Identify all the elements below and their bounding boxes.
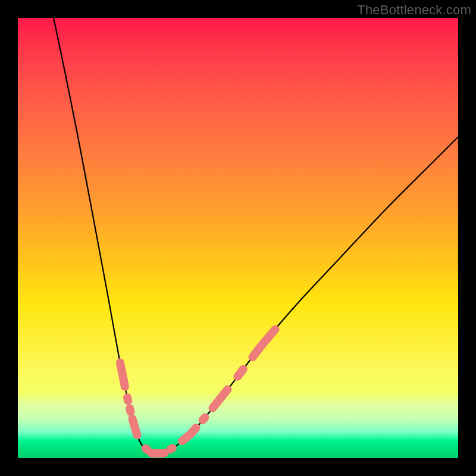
bottleneck-curve [54, 18, 458, 455]
plot-frame [18, 18, 458, 458]
bead-segment-right-lower [182, 428, 196, 441]
bead-dot-right-b [237, 369, 243, 377]
bead-segment-right-mid [213, 389, 228, 408]
bead-dot-valley-left [146, 449, 148, 450]
bead-dot-left-b [130, 409, 130, 412]
bead-segment-valley [151, 453, 164, 453]
curve-layer [18, 18, 458, 458]
watermark-text: TheBottleneck.com [357, 2, 471, 18]
bead-segment-right-upper [252, 330, 275, 358]
bead-dot-right-a [203, 418, 205, 420]
bead-segment-left-upper [120, 362, 125, 387]
bead-dot-left-a [127, 397, 128, 401]
bead-segment-left-lower [133, 419, 137, 436]
bead-markers [120, 330, 275, 453]
bead-dot-valley-right [170, 448, 173, 449]
